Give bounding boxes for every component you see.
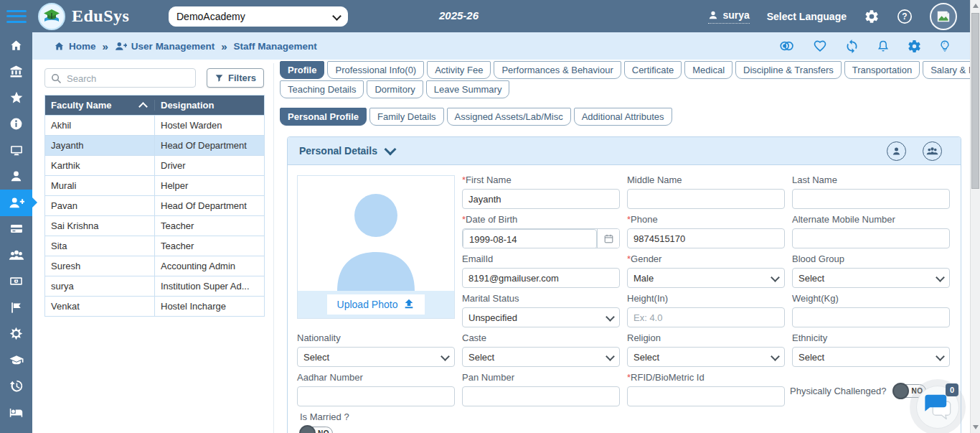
heart-icon[interactable] [812,39,828,53]
avatar[interactable] [930,3,957,30]
table-row[interactable]: SureshAccounting Admin [45,256,264,276]
scroll-down-arrow[interactable] [973,425,979,429]
column-header-designation[interactable]: Designation [155,100,264,111]
sidebar-item-favorites[interactable] [0,85,32,111]
gender-select[interactable]: Male [627,268,785,288]
group-icon [926,146,938,157]
tab-certificate[interactable]: Certificate [624,61,682,79]
weight-input[interactable] [792,307,950,327]
user-icon [708,10,718,20]
calendar-icon[interactable] [597,229,619,248]
table-row[interactable]: suryaInstitution Super Ad... [45,276,264,296]
sidebar-item-accounts[interactable] [0,216,32,243]
toggle-icon[interactable] [778,39,796,53]
rfid-input[interactable] [627,386,785,406]
breadcrumb-staff-management[interactable]: Staff Management [234,41,317,52]
tab-transportation[interactable]: Transportation [844,61,920,79]
sidebar-item-kiosk[interactable] [0,137,32,164]
email-input[interactable] [462,268,620,288]
group-view-button[interactable] [923,141,942,161]
scrollbar-thumb[interactable] [971,13,979,189]
pan-input[interactable] [462,386,620,406]
bell-icon[interactable] [876,39,890,54]
first-name-input[interactable] [462,189,620,209]
column-header-faculty-name[interactable]: Faculty Name [45,100,155,111]
is-married-toggle[interactable]: NO [300,427,333,433]
sidebar-item-profile[interactable] [0,164,32,190]
vertical-scrollbar[interactable] [970,0,980,433]
gear-icon[interactable] [907,39,922,54]
table-row[interactable]: PavanHead Of Department [45,195,264,215]
refresh-icon[interactable] [844,39,859,54]
nationality-select[interactable]: Select [297,347,455,367]
sidebar-item-groups[interactable] [0,242,32,269]
chat-button[interactable] [924,394,951,419]
bank-icon [9,65,23,78]
marital-status-select[interactable]: Unspecified [462,307,620,327]
subtab-additional-attributes[interactable]: Additional Attributes [574,108,672,126]
sidebar-item-hostel[interactable] [0,399,32,426]
sidebar-item-history[interactable] [0,373,32,400]
sidebar-item-user-management[interactable] [0,190,32,216]
tab-medical[interactable]: Medical [684,61,732,79]
tab-discipline-transfers[interactable]: Discipline & Transfers [735,61,842,79]
sidebar-item-institution[interactable] [0,59,32,85]
scroll-up-arrow[interactable] [973,4,979,8]
help-icon[interactable]: ? [897,9,913,24]
sidebar-item-info[interactable] [0,111,32,138]
search-input[interactable] [65,69,196,88]
home-icon [54,41,65,52]
religion-select[interactable]: Select [627,347,785,367]
field-caste: Caste Select [462,332,620,367]
tab-professional-info[interactable]: Professional Info(0) [327,61,424,79]
tab-performances-behaviour[interactable]: Performances & Behaviour [494,61,621,79]
table-row[interactable]: AkhilHostel Warden [45,115,264,135]
sidebar-item-academics[interactable] [0,347,32,373]
sidebar-item-settings[interactable] [0,321,32,348]
settings-gear-icon[interactable] [864,9,880,24]
table-row[interactable]: SitaTeacher [45,236,264,256]
select-language-button[interactable]: Select Language [767,11,847,22]
sidebar-item-home[interactable] [0,32,32,59]
chevron-down-icon[interactable] [384,144,396,156]
sidebar-item-finance[interactable]: 1 [0,269,32,295]
subtab-assigned-assets[interactable]: Assigned Assets/Lab/Misc [447,108,571,126]
tab-dormitory[interactable]: Dormitory [367,80,423,98]
subtab-family-details[interactable]: Family Details [369,108,444,126]
tab-leave-summary[interactable]: Leave Summary [426,80,510,98]
height-input[interactable] [627,307,785,327]
tab-activity-fee[interactable]: Activity Fee [427,61,491,79]
academy-select[interactable]: DemoAcademy [169,6,348,27]
blood-group-select[interactable]: Select [792,268,950,288]
aadhar-input[interactable] [297,386,455,406]
home-icon [9,39,23,52]
subtab-personal-profile[interactable]: Personal Profile [280,108,367,126]
broken-image-icon [936,10,951,23]
ethnicity-select[interactable]: Select [792,347,950,367]
table-row[interactable]: MuraliHelper [45,175,264,195]
table-row[interactable]: Sai KrishnaTeacher [45,215,264,236]
tab-teaching-details[interactable]: Teaching Details [280,80,364,98]
upload-photo-button[interactable]: Upload Photo [327,294,425,315]
caste-select[interactable]: Select [462,347,620,367]
user-menu[interactable]: surya [708,9,749,24]
breadcrumb-user-management[interactable]: User Management [115,41,215,52]
table-row[interactable]: KarthikDriver [45,155,264,175]
tab-profile[interactable]: Profile [280,61,324,79]
middle-name-input[interactable] [627,189,785,209]
table-row[interactable]: VenkatHostel Incharge [45,296,264,316]
designation-cell: Institution Super Ad... [155,281,264,292]
lightbulb-icon[interactable] [938,38,951,54]
phone-input[interactable] [627,228,785,248]
designation-cell: Hostel Warden [155,120,264,131]
date-of-birth-input[interactable] [463,229,597,248]
table-row-selected[interactable]: JayanthHead Of Department [45,135,264,155]
sidebar-item-reports[interactable] [0,294,32,321]
hamburger-menu-icon[interactable] [6,10,27,23]
alternate-mobile-input[interactable] [792,228,950,248]
filters-button[interactable]: Filters [207,68,264,88]
breadcrumb-home[interactable]: Home [54,41,96,52]
single-view-button[interactable] [887,141,906,161]
last-name-input[interactable] [792,189,950,209]
sidebar-item-transport[interactable] [0,426,32,433]
